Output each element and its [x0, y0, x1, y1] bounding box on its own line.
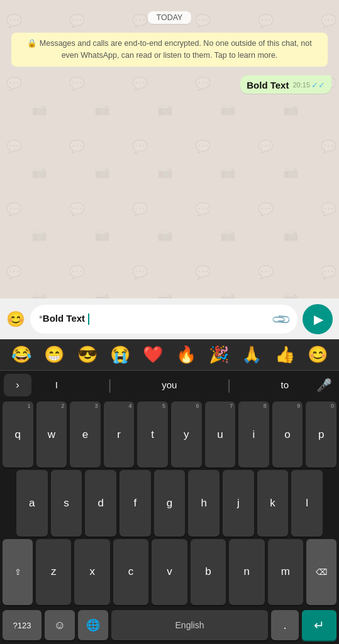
key-shift[interactable]: ⇧ — [3, 539, 33, 605]
date-badge: TODAY — [148, 11, 192, 23]
emoji-suggest-heart[interactable]: ❤️ — [143, 345, 163, 364]
key-a[interactable]: a — [16, 470, 48, 536]
emoji-suggest-laugh[interactable]: 😂 — [11, 345, 31, 364]
message-input[interactable]: *Bold Text — [39, 313, 268, 325]
message-text: Bold Text — [247, 80, 289, 90]
key-h[interactable]: h — [188, 470, 220, 536]
key-u[interactable]: u7 — [205, 401, 236, 467]
send-icon: ▶ — [314, 312, 323, 327]
key-backspace[interactable]: ⌫ — [306, 539, 336, 605]
autocomplete-row: › I | you | to 🎤 — [0, 371, 339, 399]
key-enter[interactable]: ↵ — [302, 610, 336, 640]
messages-area: Bold Text 20:15 ✓✓ — [5, 70, 334, 294]
autocomplete-words: I | you | to — [31, 377, 313, 393]
input-bold-text: Bold Text — [43, 313, 87, 324]
divider-1: | — [108, 377, 112, 393]
emoji-suggest-fire[interactable]: 🔥 — [176, 345, 196, 364]
key-y[interactable]: y6 — [171, 401, 202, 467]
key-rows: q1 w2 e3 r4 t5 y6 u7 i8 o9 p0 a s d f g … — [0, 399, 339, 606]
keyboard-row-1: q1 w2 e3 r4 t5 y6 u7 i8 o9 p0 — [3, 401, 336, 467]
key-l[interactable]: l — [291, 470, 323, 536]
send-button[interactable]: ▶ — [303, 304, 333, 334]
key-p[interactable]: p0 — [306, 401, 336, 467]
emoji-suggest-smile[interactable]: 😊 — [308, 345, 328, 364]
key-k[interactable]: k — [257, 470, 289, 536]
divider-2: | — [227, 377, 231, 393]
key-num-switch[interactable]: ?123 — [3, 610, 42, 640]
input-area: 😊 *Bold Text 📎 ▶ — [0, 298, 339, 339]
key-period[interactable]: . — [271, 610, 299, 640]
text-cursor — [88, 314, 89, 325]
emoji-button[interactable]: 😊 — [6, 310, 25, 328]
encryption-notice[interactable]: 🔒 Messages and calls are end-to-end encr… — [11, 33, 328, 67]
attach-button[interactable]: 📎 — [270, 308, 292, 330]
key-m[interactable]: m — [268, 539, 303, 605]
emoji-suggestions-row: 😂 😁 😎 😭 ❤️ 🔥 🎉 🙏 👍 😊 — [0, 339, 339, 371]
message-ticks: ✓✓ — [311, 80, 325, 90]
emoji-suggest-cool[interactable]: 😎 — [77, 345, 97, 364]
key-globe[interactable]: 🌐 — [78, 610, 108, 640]
emoji-suggest-thumbsup[interactable]: 👍 — [275, 345, 295, 364]
key-e[interactable]: e3 — [70, 401, 101, 467]
emoji-suggest-cry[interactable]: 😭 — [110, 345, 130, 364]
key-i[interactable]: i8 — [238, 401, 269, 467]
key-t[interactable]: t5 — [137, 401, 168, 467]
key-c[interactable]: c — [113, 539, 148, 605]
autocomplete-expand-button[interactable]: › — [4, 374, 31, 396]
key-f[interactable]: f — [119, 470, 151, 536]
expand-icon: › — [16, 379, 19, 391]
message-meta: 20:15 ✓✓ — [292, 80, 325, 90]
emoji-suggest-party[interactable]: 🎉 — [209, 345, 229, 364]
keyboard: 😂 😁 😎 😭 ❤️ 🔥 🎉 🙏 👍 😊 › I | you | to 🎤 q1 — [0, 339, 339, 644]
keyboard-row-3: ⇧ z x c v b n m ⌫ — [3, 539, 336, 605]
message-bubble-outgoing[interactable]: Bold Text 20:15 ✓✓ — [240, 75, 331, 94]
mic-button[interactable]: 🎤 — [313, 378, 335, 393]
key-q[interactable]: q1 — [3, 401, 33, 467]
autocomplete-word-3[interactable]: to — [281, 379, 289, 390]
keyboard-bottom-row: ?123 ☺ 🌐 English . ↵ — [0, 606, 339, 644]
key-space[interactable]: English — [111, 610, 268, 640]
key-o[interactable]: o9 — [272, 401, 303, 467]
message-time: 20:15 — [292, 81, 310, 89]
key-emoji[interactable]: ☺ — [45, 610, 75, 640]
autocomplete-word-2[interactable]: you — [162, 379, 177, 390]
emoji-suggest-grin[interactable]: 😁 — [44, 345, 64, 364]
key-r[interactable]: r4 — [104, 401, 135, 467]
emoji-suggest-pray[interactable]: 🙏 — [242, 345, 262, 364]
key-d[interactable]: d — [85, 470, 116, 536]
key-g[interactable]: g — [154, 470, 186, 536]
mic-icon: 🎤 — [316, 378, 332, 393]
keyboard-row-2: a s d f g h j k l — [3, 470, 336, 536]
key-n[interactable]: n — [229, 539, 264, 605]
key-b[interactable]: b — [191, 539, 226, 605]
key-z[interactable]: z — [36, 539, 71, 605]
key-x[interactable]: x — [74, 539, 109, 605]
key-v[interactable]: v — [152, 539, 187, 605]
key-s[interactable]: s — [51, 470, 82, 536]
message-input-wrapper[interactable]: *Bold Text 📎 — [30, 305, 297, 334]
chat-area: TODAY 🔒 Messages and calls are end-to-en… — [0, 0, 339, 298]
key-w[interactable]: w2 — [36, 401, 67, 467]
key-j[interactable]: j — [223, 470, 254, 536]
autocomplete-word-1[interactable]: I — [55, 379, 58, 390]
